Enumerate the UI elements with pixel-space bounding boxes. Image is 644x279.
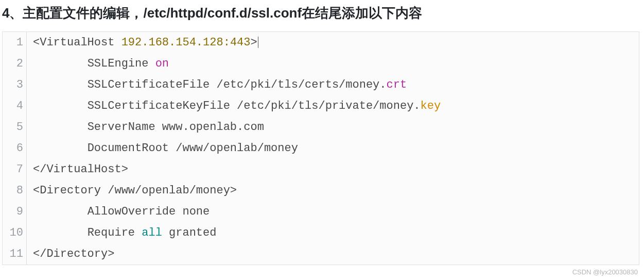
code-line: 2 SSLEngine on [3, 53, 639, 74]
code-content: AllowOverride none [27, 201, 210, 222]
code-content: SSLCertificateKeyFile /etc/pki/tls/priva… [27, 95, 441, 117]
code-line: 8 <Directory /www/openlab/money> [3, 180, 639, 201]
text-cursor [258, 37, 258, 48]
code-content: SSLCertificateFile /etc/pki/tls/certs/mo… [27, 74, 407, 95]
line-number: 1 [3, 32, 27, 53]
code-line: 7 </VirtualHost> [3, 159, 639, 180]
code-line: 6 DocumentRoot /www/openlab/money [3, 138, 639, 159]
code-content: ServerName www.openlab.com [27, 117, 264, 138]
line-number: 8 [3, 180, 27, 201]
code-line: 10 Require all granted [3, 222, 639, 243]
code-content: SSLEngine on [27, 53, 169, 74]
code-content: Require all granted [27, 222, 216, 243]
line-number: 3 [3, 74, 27, 95]
line-number: 11 [3, 243, 27, 265]
code-line: 5 ServerName www.openlab.com [3, 117, 639, 138]
line-number: 6 [3, 138, 27, 159]
line-number: 4 [3, 95, 27, 117]
line-number: 9 [3, 201, 27, 222]
code-line: 11 </Directory> [3, 243, 639, 265]
line-number: 2 [3, 53, 27, 74]
code-line: 9 AllowOverride none [3, 201, 639, 222]
section-heading: 4、主配置文件的编辑，/etc/httpd/conf.d/ssl.conf在结尾… [0, 0, 644, 31]
code-content: <VirtualHost 192.168.154.128:443> [27, 32, 258, 53]
code-line: 3 SSLCertificateFile /etc/pki/tls/certs/… [3, 74, 639, 95]
code-content: DocumentRoot /www/openlab/money [27, 138, 298, 159]
line-number: 10 [3, 222, 27, 243]
code-content: </VirtualHost> [27, 159, 128, 180]
code-content: </Directory> [27, 243, 114, 265]
line-number: 5 [3, 117, 27, 138]
code-line: 1 <VirtualHost 192.168.154.128:443> [3, 32, 639, 53]
line-number: 7 [3, 159, 27, 180]
code-content: <Directory /www/openlab/money> [27, 180, 237, 201]
code-line: 4 SSLCertificateKeyFile /etc/pki/tls/pri… [3, 95, 639, 117]
code-block: 1 <VirtualHost 192.168.154.128:443> 2 SS… [2, 31, 639, 265]
